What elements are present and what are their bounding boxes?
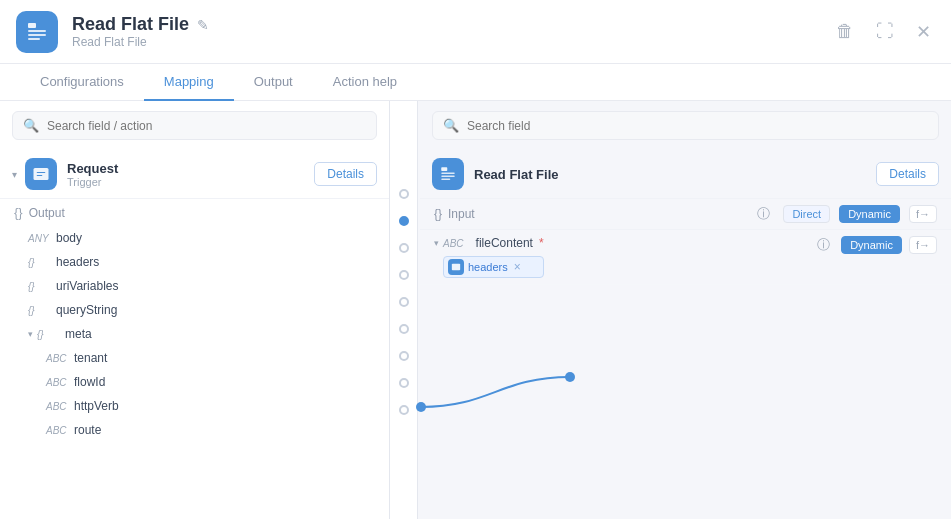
tab-output[interactable]: Output — [234, 64, 313, 101]
right-search-icon: 🔍 — [443, 118, 459, 133]
header-title-group: Read Flat File ✎ Read Flat File — [72, 14, 209, 49]
input-section-header: {} Input ⓘ Direct Dynamic f→ — [420, 199, 951, 230]
field-right: ⓘ Dynamic f→ — [817, 236, 937, 254]
fn-mode-btn[interactable]: f→ — [909, 205, 937, 223]
header: Read Flat File ✎ Read Flat File 🗑 ⛶ ✕ — [0, 0, 951, 64]
svg-rect-2 — [28, 34, 46, 36]
tree-item-tenant: ABC tenant — [0, 346, 389, 370]
right-section: 🔍 Read Flat File Details — [420, 101, 951, 519]
fileContent-name: fileContent — [476, 236, 533, 250]
main-content: 🔍 ▾ Request Trigger — [0, 101, 951, 519]
field-row-fileContent: ▾ ABC fileContent * headers — [420, 230, 951, 285]
close-button[interactable]: ✕ — [912, 17, 935, 47]
tab-configurations[interactable]: Configurations — [20, 64, 144, 101]
read-flat-file-block-info: Read Flat File — [474, 167, 876, 182]
svg-rect-6 — [441, 167, 447, 171]
tabs-bar: Configurations Mapping Output Action hel… — [0, 64, 951, 101]
request-block-type: Trigger — [67, 176, 314, 188]
left-section: 🔍 ▾ Request Trigger — [0, 101, 420, 519]
dot-2 — [399, 243, 409, 253]
svg-rect-1 — [28, 30, 46, 32]
left-panel: 🔍 ▾ Request Trigger — [0, 101, 390, 519]
left-search-bar: 🔍 — [12, 111, 377, 140]
chip-label: headers — [468, 261, 508, 273]
left-search-input[interactable] — [47, 119, 366, 133]
tree-item-headers: {} headers — [0, 250, 389, 274]
request-chevron[interactable]: ▾ — [12, 169, 17, 180]
input-info-icon[interactable]: ⓘ — [757, 205, 770, 223]
connector-col — [390, 101, 418, 519]
fileContent-type: ABC — [443, 238, 464, 249]
request-details-button[interactable]: Details — [314, 162, 377, 186]
field-dynamic-btn[interactable]: Dynamic — [841, 236, 902, 254]
headers-tag-chip: headers × — [443, 256, 544, 278]
request-block-name: Request — [67, 161, 314, 176]
expand-button[interactable]: ⛶ — [872, 17, 898, 46]
tree-section: ANY body {} headers {} uriVariables {} q… — [0, 226, 389, 519]
read-flat-file-block-header: Read Flat File Details — [420, 150, 951, 199]
dot-headers[interactable] — [399, 216, 409, 226]
tree-item-body: ANY body — [0, 226, 389, 250]
right-search-bar: 🔍 — [432, 111, 939, 140]
request-block-header: ▾ Request Trigger Details — [0, 150, 389, 199]
meta-chevron: ▾ — [28, 329, 33, 339]
tree-item-httpVerb: ABC httpVerb — [0, 394, 389, 418]
svg-rect-3 — [28, 38, 40, 40]
svg-rect-9 — [441, 179, 450, 181]
tab-action-help[interactable]: Action help — [313, 64, 417, 101]
page-subtitle: Read Flat File — [72, 35, 209, 49]
right-details-button[interactable]: Details — [876, 162, 939, 186]
field-content: ABC fileContent * headers × — [443, 236, 544, 278]
chip-close-btn[interactable]: × — [514, 260, 521, 274]
read-flat-file-icon — [432, 158, 464, 190]
tree-item-queryString: {} queryString — [0, 298, 389, 322]
tree-item-flowId: ABC flowId — [0, 370, 389, 394]
tree-item-uriVariables: {} uriVariables — [0, 274, 389, 298]
left-search-icon: 🔍 — [23, 118, 39, 133]
brace-icon: {} — [14, 205, 23, 220]
dynamic-mode-btn[interactable]: Dynamic — [839, 205, 900, 223]
delete-button[interactable]: 🗑 — [832, 17, 858, 46]
field-fn-btn[interactable]: f→ — [909, 236, 937, 254]
dot-3 — [399, 270, 409, 280]
tree-item-route: ABC route — [0, 418, 389, 442]
header-left: Read Flat File ✎ Read Flat File — [16, 11, 209, 53]
chip-icon — [448, 259, 464, 275]
edit-title-icon[interactable]: ✎ — [197, 17, 209, 33]
svg-rect-0 — [28, 23, 36, 28]
page-title: Read Flat File — [72, 14, 189, 35]
fileContent-chevron[interactable]: ▾ — [434, 238, 439, 248]
required-star: * — [539, 236, 544, 250]
dot-4 — [399, 297, 409, 307]
tree-item-meta[interactable]: ▾ {} meta — [0, 322, 389, 346]
right-search-input[interactable] — [467, 119, 928, 133]
panels-wrapper: 🔍 ▾ Request Trigger — [0, 101, 951, 519]
dot-5 — [399, 324, 409, 334]
input-brace-icon: {} — [434, 207, 442, 221]
request-icon — [25, 158, 57, 190]
input-label: Input — [448, 207, 475, 221]
field-info-icon[interactable]: ⓘ — [817, 236, 830, 254]
svg-rect-8 — [441, 176, 455, 178]
tab-mapping[interactable]: Mapping — [144, 64, 234, 101]
read-flat-file-block-name: Read Flat File — [474, 167, 876, 182]
direct-mode-btn[interactable]: Direct — [783, 205, 830, 223]
header-actions: 🗑 ⛶ ✕ — [832, 17, 935, 47]
header-app-icon — [16, 11, 58, 53]
output-section-label: {} Output — [0, 199, 389, 226]
dot-8 — [399, 405, 409, 415]
dot-6 — [399, 351, 409, 361]
svg-rect-7 — [441, 173, 455, 175]
request-block-info: Request Trigger — [67, 161, 314, 188]
dot-0 — [399, 189, 409, 199]
dot-7 — [399, 378, 409, 388]
